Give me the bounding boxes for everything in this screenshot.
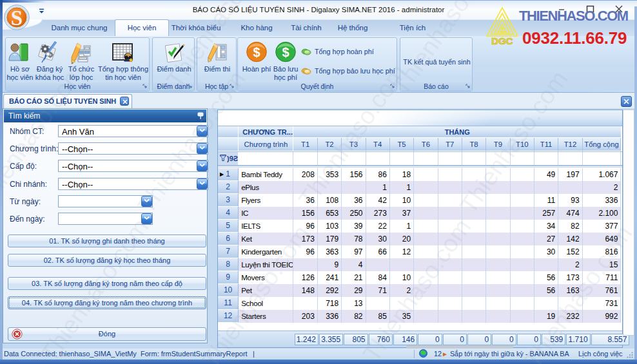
svg-text:$: $ — [282, 45, 289, 59]
svg-text:DGC: DGC — [491, 35, 513, 45]
svg-text:$: $ — [253, 45, 260, 59]
svg-text:S: S — [11, 6, 23, 30]
